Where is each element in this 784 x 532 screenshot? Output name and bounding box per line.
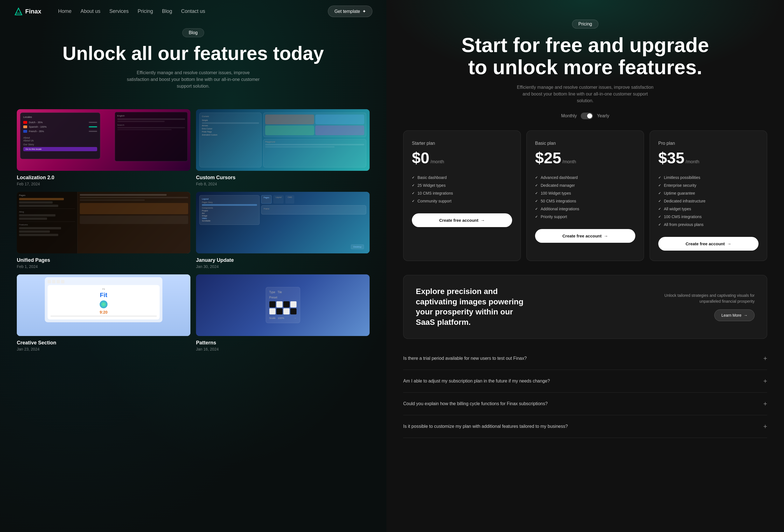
- nav-pricing[interactable]: Pricing: [138, 8, 153, 14]
- check-icon: ✓: [535, 207, 538, 211]
- plan-features-pro: ✓Limitless possibilities ✓Enterprise sec…: [658, 174, 758, 228]
- plan-name-starter: Starter plan: [412, 141, 512, 146]
- faq-item-3[interactable]: Is it possible to customize my plan with…: [403, 415, 767, 438]
- pricing-cards: Starter plan $0 /month ✓Basic dashboard …: [403, 131, 767, 261]
- plan-features-basic: ✓Advanced dashboard ✓Dedicated manager ✓…: [535, 174, 635, 221]
- plan-price-starter: $0 /month: [412, 149, 512, 167]
- feature-item: ✓All from previous plans: [658, 221, 758, 228]
- feature-item: ✓Priority support: [535, 213, 635, 221]
- faq-item-0[interactable]: Is there a trial period available for ne…: [403, 347, 767, 370]
- blog-card-cursors[interactable]: Curses Simple Arrows Emo Cursor Pride Fl…: [196, 109, 370, 186]
- feature-item: ✓Advanced dashboard: [535, 174, 635, 181]
- blog-card-localization[interactable]: Locales Dutch - 35% Spanish - 100%: [17, 109, 190, 186]
- card-date-creative: Jan 23, 2024: [17, 347, 190, 352]
- nav-services[interactable]: Services: [110, 8, 129, 14]
- create-account-pro[interactable]: Create free account →: [658, 237, 758, 251]
- plan-features-starter: ✓Basic dashboard ✓25 Widget types ✓10 CM…: [412, 174, 512, 205]
- plan-price-pro: $35 /month: [658, 149, 758, 167]
- plan-amount-pro: $35: [658, 149, 684, 167]
- check-icon: ✓: [658, 175, 661, 179]
- nav-links: Home About us Services Pricing Blog Cont…: [58, 8, 328, 14]
- hero-subtitle: Efficiently manage and resolve customer …: [126, 69, 260, 90]
- faq-question-1: Am I able to adjust my subscription plan…: [403, 379, 550, 384]
- feature-item: ✓All widget types: [658, 205, 758, 213]
- faq-question-0: Is there a trial period available for ne…: [403, 356, 527, 361]
- arrow-icon: →: [744, 313, 748, 317]
- nav-blog[interactable]: Blog: [162, 8, 172, 14]
- card-image-january: Layout Pages Story Components Project Ar…: [196, 192, 370, 253]
- get-template-button[interactable]: Get template ✦: [328, 6, 372, 17]
- faq-item-1[interactable]: Am I able to adjust my subscription plan…: [403, 370, 767, 393]
- pricing-card-pro: Pro plan $35 /month ✓Limitless possibili…: [650, 131, 767, 261]
- check-icon: ✓: [658, 199, 661, 203]
- create-account-basic[interactable]: Create free account →: [535, 229, 635, 243]
- blog-card-patterns[interactable]: TypeTile Preset: [196, 274, 370, 352]
- faq-question-3: Is it possible to customize my plan with…: [403, 424, 568, 429]
- plan-name-basic: Basic plan: [535, 141, 635, 146]
- plan-per-starter: /month: [430, 159, 444, 164]
- learn-more-button[interactable]: Learn More →: [714, 309, 755, 321]
- plan-amount-starter: $0: [412, 149, 429, 167]
- pricing-badge: Pricing: [572, 20, 599, 29]
- feature-item: ✓50 CMS integrations: [535, 197, 635, 205]
- nav-about[interactable]: About us: [80, 8, 100, 14]
- feature-item: ✓25 Widget types: [412, 181, 512, 189]
- check-icon: ✓: [658, 191, 661, 195]
- faq-expand-3[interactable]: +: [763, 422, 767, 430]
- hero-title: Unlock all our features today: [22, 43, 364, 64]
- pricing-card-basic: Basic plan $25 /month ✓Advanced dashboar…: [526, 131, 644, 261]
- billing-toggle-switch[interactable]: [581, 113, 593, 119]
- navbar: Finax Home About us Services Pricing Blo…: [0, 0, 386, 23]
- promo-subtitle: Unlock tailored strategies and captivati…: [654, 292, 755, 304]
- check-icon: ✓: [535, 199, 538, 203]
- promo-right: Unlock tailored strategies and captivati…: [654, 292, 755, 321]
- right-subtitle: Efficiently manage and resolve customer …: [515, 84, 655, 104]
- blog-card-creative[interactable]: Fit Fit 9:20 Creative Section Jan 23, 20…: [17, 274, 190, 352]
- check-icon: ✓: [412, 184, 415, 187]
- feature-item: ✓Limitless possibilities: [658, 174, 758, 181]
- feature-item: ✓10 CMS integrations: [412, 189, 512, 197]
- card-image-creative: Fit Fit 9:20: [17, 274, 190, 336]
- feature-item: ✓Uptime guarantee: [658, 189, 758, 197]
- card-title-cursors: Custom Cursors: [196, 175, 370, 180]
- card-image-patterns: TypeTile Preset: [196, 274, 370, 336]
- nav-home[interactable]: Home: [58, 8, 72, 14]
- faq-expand-0[interactable]: +: [763, 355, 767, 362]
- check-icon: ✓: [412, 199, 415, 203]
- nav-contact[interactable]: Contact us: [181, 8, 205, 14]
- card-image-cursors: Curses Simple Arrows Emo Cursor Pride Fl…: [196, 109, 370, 171]
- feature-item: ✓100 CMS integrations: [658, 213, 758, 221]
- plan-per-pro: /month: [685, 159, 699, 164]
- card-image-unified: Pages /blog Features: [17, 192, 190, 253]
- faq-item-2[interactable]: Could you explain how the billing cycle …: [403, 393, 767, 415]
- feature-item: ✓Dedicated manager: [535, 181, 635, 189]
- plan-amount-basic: $25: [535, 149, 561, 167]
- arrow-icon: →: [727, 241, 731, 246]
- right-header: Pricing Start for free and upgrade to un…: [403, 0, 767, 104]
- blog-card-unified[interactable]: Pages /blog Features: [17, 192, 190, 269]
- check-icon: ✓: [535, 184, 538, 187]
- blog-badge: Blog: [182, 28, 204, 37]
- monthly-label: Monthly: [561, 113, 577, 118]
- template-icon: ✦: [362, 9, 366, 14]
- faq-expand-2[interactable]: +: [763, 400, 767, 408]
- promo-title: Explore precision and captivating images…: [416, 286, 533, 327]
- create-account-starter[interactable]: Create free account →: [412, 213, 512, 227]
- left-panel: Finax Home About us Services Pricing Blo…: [0, 0, 386, 532]
- card-title-localization: Localization 2.0: [17, 175, 190, 180]
- feature-item: ✓Basic dashboard: [412, 174, 512, 181]
- logo[interactable]: Finax: [14, 7, 41, 16]
- check-icon: ✓: [412, 175, 415, 179]
- check-icon: ✓: [535, 191, 538, 195]
- logo-icon: [14, 7, 23, 16]
- faq-expand-1[interactable]: +: [763, 377, 767, 385]
- blog-card-january[interactable]: Layout Pages Story Components Project Ar…: [196, 192, 370, 269]
- check-icon: ✓: [658, 215, 661, 219]
- plan-name-pro: Pro plan: [658, 141, 758, 146]
- feature-item: ✓Additional integrations: [535, 205, 635, 213]
- card-title-patterns: Patterns: [196, 340, 370, 346]
- feature-item: ✓100 Widget types: [535, 189, 635, 197]
- svg-marker-0: [15, 8, 22, 15]
- check-icon: ✓: [535, 215, 538, 219]
- hero-section: Blog Unlock all our features today Effic…: [0, 23, 386, 101]
